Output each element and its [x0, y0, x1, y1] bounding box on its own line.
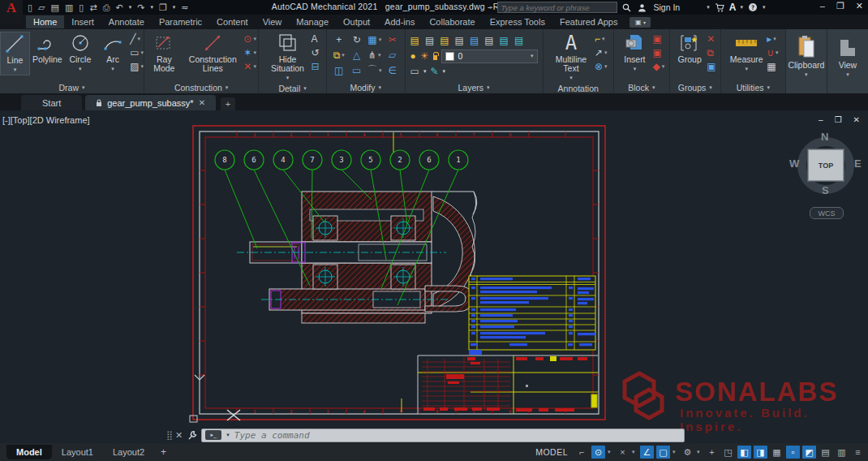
- undo-caret-icon[interactable]: ▾: [129, 4, 132, 11]
- layer-unlock-icon[interactable]: [433, 55, 438, 60]
- help-icon[interactable]: ?: [747, 2, 758, 13]
- ortho-mode-icon[interactable]: ×: [616, 446, 630, 459]
- view-cube[interactable]: N W E S TOP: [797, 137, 854, 194]
- signin-caret-icon[interactable]: ▾: [707, 4, 710, 11]
- customize-wrench-icon[interactable]: [187, 430, 197, 441]
- command-input[interactable]: ▸_ ▾ Type a command: [201, 429, 685, 442]
- close-tab-icon[interactable]: ✕: [199, 98, 205, 107]
- units-icon[interactable]: ▤: [819, 446, 832, 459]
- status-caret-icon[interactable]: ▾: [672, 449, 678, 455]
- layer-dropdown[interactable]: 0 ▾: [441, 50, 537, 63]
- panel-label-groups[interactable]: Groups▾: [670, 81, 720, 93]
- autoscale-icon[interactable]: ◨: [754, 446, 767, 459]
- viewport-close-icon[interactable]: ✕: [853, 115, 860, 124]
- modify-tool-icon[interactable]: ▦: [367, 34, 376, 45]
- modify-tool-icon[interactable]: ◫: [334, 65, 343, 76]
- layout-tab-layout1[interactable]: Layout1: [52, 445, 103, 459]
- detail-tool-icon[interactable]: A: [312, 33, 318, 45]
- modify-tool-icon[interactable]: ⋔: [368, 50, 376, 61]
- ribbon-tab-insert[interactable]: Insert: [64, 15, 101, 28]
- panel-label-detail[interactable]: Detail▾: [259, 83, 326, 93]
- viewport-minimize-icon[interactable]: –: [819, 115, 823, 124]
- ribbon-tab-annotate[interactable]: Annotate: [101, 15, 152, 28]
- annotation-tool-icon[interactable]: ⌐: [595, 33, 600, 45]
- help-caret-icon[interactable]: ▾: [763, 4, 766, 11]
- layer-stack-icon[interactable]: ▤: [455, 35, 464, 46]
- panel-label-layers[interactable]: Layers▾: [406, 81, 543, 93]
- modify-tool-icon[interactable]: ∈: [388, 65, 396, 76]
- dropdown-caret-icon[interactable]: ▾: [253, 50, 256, 56]
- autodesk-caret-icon[interactable]: ▾: [740, 4, 743, 11]
- layer-freeze-sun-icon[interactable]: ☀: [420, 50, 429, 62]
- annotation-scale-icon[interactable]: ▦: [770, 446, 784, 459]
- gear-pump-section-view[interactable]: [237, 192, 477, 323]
- wcs-badge[interactable]: WCS: [810, 207, 844, 219]
- quick-properties-icon[interactable]: ▥: [835, 446, 849, 459]
- open-folder-icon[interactable]: ▱: [38, 2, 45, 13]
- mobile-icon[interactable]: ▯: [79, 2, 84, 13]
- dropdown-caret-icon[interactable]: ▾: [602, 36, 605, 42]
- annotation-tool-icon[interactable]: ↗: [595, 47, 603, 58]
- status-caret-icon[interactable]: ▾: [697, 449, 703, 455]
- layer-stack-icon[interactable]: ▤: [425, 35, 434, 46]
- view-button[interactable]: View▾: [827, 32, 868, 93]
- title-block[interactable]: [418, 355, 598, 414]
- new-file-icon[interactable]: ▯: [28, 2, 32, 13]
- dropdown-caret-icon[interactable]: ▾: [662, 63, 665, 70]
- app-menu-button[interactable]: A: [0, 0, 23, 24]
- arc-button[interactable]: Arc▾: [97, 32, 128, 74]
- hide-situation-button[interactable]: Hide Situation▾: [266, 32, 310, 83]
- modify-tool-icon[interactable]: △: [353, 50, 360, 61]
- print-icon[interactable]: ⎙: [103, 2, 110, 13]
- dropdown-caret-icon[interactable]: ▾: [342, 52, 345, 58]
- qat-caret-icon[interactable]: ▾: [173, 4, 176, 11]
- measure-button[interactable]: Measure▾: [728, 32, 765, 74]
- search-icon[interactable]: [621, 2, 633, 13]
- ribbon-tab-parametric[interactable]: Parametric: [152, 15, 209, 28]
- annotation-tool-icon[interactable]: ⊗: [595, 61, 603, 72]
- draw-tool-icon[interactable]: ▨: [130, 61, 139, 72]
- customization-menu-icon[interactable]: ≡: [851, 446, 865, 459]
- modify-tool-icon[interactable]: ⧉: [333, 50, 341, 61]
- drawing-sheet[interactable]: 1122334455667788: [188, 122, 612, 424]
- dropdown-caret-icon[interactable]: ▾: [776, 50, 779, 56]
- ray-mode-button[interactable]: Ray Mode: [146, 32, 182, 74]
- transfer-icon[interactable]: ⇄: [89, 2, 97, 13]
- grid-display-icon[interactable]: ⌐: [575, 446, 589, 459]
- utilities-tool-icon[interactable]: ▸: [767, 33, 771, 45]
- workspace-icon[interactable]: ▫: [786, 446, 800, 459]
- block-tool-icon[interactable]: ◆: [652, 61, 660, 72]
- groups-tool-icon[interactable]: ▣: [707, 61, 715, 72]
- dropdown-caret-icon[interactable]: ▾: [379, 67, 382, 74]
- tab-active-document[interactable]: gear_pump_subassy* ✕: [85, 95, 216, 110]
- cart-icon[interactable]: [714, 2, 725, 13]
- ribbon-extra-button[interactable]: ▣ ▾: [630, 17, 651, 28]
- modify-tool-icon[interactable]: ▱: [389, 50, 396, 61]
- dropdown-caret-icon[interactable]: ▾: [604, 50, 608, 56]
- ribbon-tab-content[interactable]: Content: [209, 15, 256, 28]
- view-cube-top-face[interactable]: TOP: [808, 149, 844, 181]
- save-icon[interactable]: ▤: [51, 2, 59, 13]
- construction-lines-button[interactable]: Construction Lines: [183, 32, 242, 74]
- layer-stack-icon[interactable]: ▤: [470, 35, 479, 46]
- maximize-button[interactable]: ❐: [836, 1, 844, 11]
- ribbon-tab-home[interactable]: Home: [26, 15, 64, 28]
- status-caret-icon[interactable]: ▾: [608, 449, 613, 455]
- construction-tool-icon[interactable]: ⊙: [243, 33, 251, 45]
- circle-button[interactable]: Circle▾: [65, 32, 96, 74]
- drawing-canvas[interactable]: [-][Top][2D Wireframe] – ❐ ✕ 11223344556…: [0, 110, 868, 443]
- command-prompt-icon[interactable]: ▸_: [205, 430, 221, 440]
- layout-switch-icon[interactable]: ❐: [159, 2, 167, 13]
- panel-label-draw[interactable]: Draw▾: [0, 81, 144, 93]
- viewport-controls-label[interactable]: [-][Top][2D Wireframe]: [2, 115, 90, 125]
- close-button[interactable]: ✕: [856, 1, 863, 11]
- layer-stack-icon[interactable]: ▤: [500, 35, 509, 46]
- dropdown-caret-icon[interactable]: ▾: [140, 50, 144, 56]
- draw-tool-icon[interactable]: ╱: [130, 33, 135, 45]
- annotation-visibility-icon[interactable]: ◧: [737, 446, 751, 459]
- qat-more-icon[interactable]: ≂: [181, 2, 188, 13]
- undo-icon[interactable]: ↶: [115, 2, 122, 13]
- layer-stack-icon[interactable]: ▤: [440, 35, 449, 46]
- dropdown-caret-icon[interactable]: ▾: [140, 63, 144, 70]
- layout-tab-model[interactable]: Model: [6, 445, 52, 459]
